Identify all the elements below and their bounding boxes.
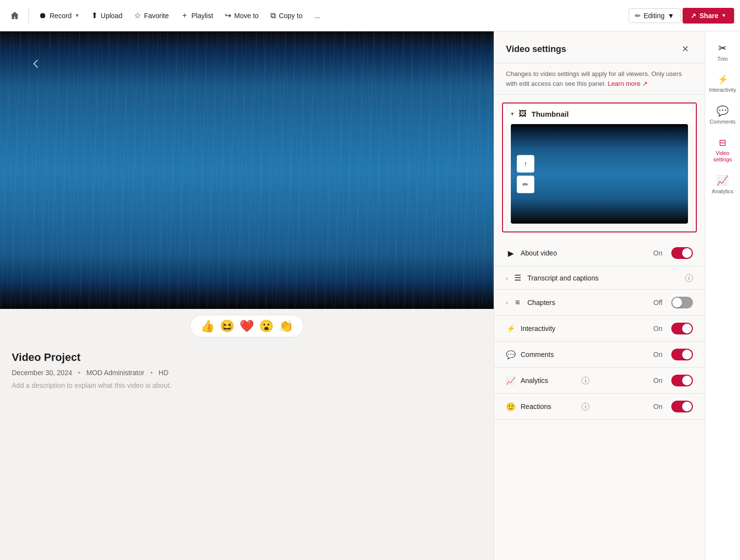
learn-more-link[interactable]: Learn more ↗ <box>608 80 647 87</box>
meta-dot-1: • <box>78 369 80 377</box>
main-area: 👍 😆 ❤️ 😮 👏 Video Project December 30, 20… <box>0 31 740 560</box>
playlist-icon: ＋ <box>181 10 188 21</box>
thumbnail-chevron-icon: ▾ <box>511 110 514 117</box>
analytics-row[interactable]: 📈 Analytics i On <box>494 368 705 393</box>
reaction-clap[interactable]: 👏 <box>279 319 293 333</box>
interactivity-icon: ⚡ <box>506 324 516 333</box>
thumbnail-label: Thumbnail <box>531 110 688 118</box>
video-date: December 30, 2024 <box>12 369 72 377</box>
transcript-icon: ☰ <box>513 273 523 282</box>
about-video-toggle-knob <box>682 248 692 258</box>
settings-description: Changes to video settings will apply for… <box>494 63 705 95</box>
analytics-sidebar-icon: 📈 <box>716 175 729 186</box>
interactivity-label: Interactivity <box>521 325 648 332</box>
video-player[interactable] <box>0 31 494 309</box>
reactions-row[interactable]: 🙂 Reactions i On <box>494 394 705 419</box>
trim-icon: ✂ <box>718 42 727 54</box>
thumbnail-icon: 🖼 <box>519 109 527 118</box>
settings-scroll[interactable]: ▾ 🖼 Thumbnail ↑ ✏ ▶ About video On <box>494 95 705 560</box>
thumbnail-btn-group: ↑ ✏ <box>517 155 534 193</box>
comments-status: On <box>653 351 662 358</box>
analytics-label: Analytics <box>521 377 575 384</box>
video-info: Video Project December 30, 2024 • MOD Ad… <box>0 343 494 560</box>
reactions-info-icon[interactable]: i <box>581 403 589 410</box>
reactions-toggle-knob <box>682 402 692 411</box>
video-title: Video Project <box>12 351 482 364</box>
video-quality: HD <box>159 369 168 377</box>
chapters-toggle-knob <box>672 298 682 307</box>
sidebar-tool-trim[interactable]: ✂ Trim <box>708 37 738 67</box>
move-to-button[interactable]: ↪ Move to <box>220 8 264 23</box>
toolbar: ⏺ Record ▼ ⬆ Upload ☆ Favorite ＋ Playlis… <box>0 0 740 31</box>
editing-chevron: ▼ <box>667 12 674 20</box>
settings-close-button[interactable]: ✕ <box>677 41 693 57</box>
analytics-toggle-knob <box>682 376 692 385</box>
reactions-status: On <box>653 403 662 410</box>
comments-sidebar-icon: 💬 <box>716 105 729 117</box>
analytics-info-icon[interactable]: i <box>581 377 589 384</box>
chapters-row[interactable]: › ≡ Chapters Off <box>494 290 705 315</box>
record-button[interactable]: ⏺ Record ▼ <box>34 8 84 23</box>
about-video-icon: ▶ <box>506 249 516 258</box>
transcript-section: › ☰ Transcript and captions i <box>494 266 705 290</box>
copy-to-button[interactable]: ⧉ Copy to <box>265 8 307 23</box>
comments-row[interactable]: 💬 Comments On <box>494 342 705 367</box>
chapters-status: Off <box>654 299 662 306</box>
thumbnail-preview: ↑ ✏ <box>511 124 688 224</box>
right-sidebar: ✂ Trim ⚡ Interactivity 💬 Comments ⊟ Vide… <box>705 31 740 560</box>
analytics-status: On <box>653 377 662 384</box>
favorite-icon: ☆ <box>134 11 141 20</box>
sidebar-tool-video-settings[interactable]: ⊟ Video settings <box>708 132 738 168</box>
share-button[interactable]: ↗ Share ▼ <box>683 8 734 24</box>
reaction-laugh[interactable]: 😆 <box>220 319 235 333</box>
transcript-info-icon[interactable]: i <box>685 274 693 282</box>
about-video-status: On <box>653 249 662 257</box>
upload-button[interactable]: ⬆ Upload <box>86 8 127 23</box>
analytics-toggle[interactable] <box>671 375 693 386</box>
about-video-row[interactable]: ▶ About video On <box>494 240 705 266</box>
reactions-label: Reactions <box>521 403 575 410</box>
comments-toggle[interactable] <box>671 349 693 360</box>
chapters-toggle[interactable] <box>671 297 693 308</box>
analytics-icon: 📈 <box>506 376 516 385</box>
sidebar-tool-analytics[interactable]: 📈 Analytics <box>708 170 738 200</box>
about-video-toggle[interactable] <box>671 247 693 259</box>
about-video-label: About video <box>521 249 648 257</box>
comments-toggle-knob <box>682 350 692 359</box>
favorite-button[interactable]: ☆ Favorite <box>129 8 174 23</box>
reactions-toggle[interactable] <box>671 401 693 412</box>
chapters-expand-icon: › <box>506 300 508 305</box>
home-button[interactable] <box>6 7 24 25</box>
analytics-section: 📈 Analytics i On <box>494 368 705 394</box>
reactions-bar: 👍 😆 ❤️ 😮 👏 <box>0 309 494 343</box>
chapters-icon: ≡ <box>513 298 523 307</box>
settings-panel: Video settings ✕ Changes to video settin… <box>494 31 705 560</box>
video-meta: December 30, 2024 • MOD Administrator • … <box>12 369 482 377</box>
sidebar-tool-interactivity[interactable]: ⚡ Interactivity <box>708 69 738 98</box>
reaction-heart[interactable]: ❤️ <box>239 319 254 333</box>
editing-button[interactable]: ✏ Editing ▼ <box>629 8 681 23</box>
reaction-wow[interactable]: 😮 <box>259 319 274 333</box>
sidebar-tool-comments[interactable]: 💬 Comments <box>708 100 738 130</box>
thumbnail-edit-btn[interactable]: ✏ <box>517 176 534 193</box>
reaction-thumbsup[interactable]: 👍 <box>200 319 215 333</box>
more-options-button[interactable]: ... <box>309 9 325 23</box>
interactivity-row[interactable]: ⚡ Interactivity On <box>494 316 705 341</box>
video-settings-sidebar-icon: ⊟ <box>719 137 726 148</box>
copy-to-icon: ⧉ <box>270 11 276 20</box>
thumbnail-header[interactable]: ▾ 🖼 Thumbnail <box>503 103 696 124</box>
interactivity-toggle-knob <box>682 324 692 333</box>
video-description: Add a description to explain what this v… <box>12 382 482 389</box>
playlist-button[interactable]: ＋ Playlist <box>176 7 218 24</box>
thumbnail-upload-btn[interactable]: ↑ <box>517 155 534 173</box>
toolbar-divider-1 <box>28 8 29 24</box>
reactions-icon: 🙂 <box>506 402 516 411</box>
thumbnail-ocean-bg <box>511 124 688 224</box>
about-video-section: ▶ About video On <box>494 240 705 266</box>
interactivity-toggle[interactable] <box>671 323 693 334</box>
transcript-expand-icon: › <box>506 275 508 281</box>
meta-dot-2: • <box>150 369 153 377</box>
transcript-row[interactable]: › ☰ Transcript and captions i <box>494 266 705 289</box>
share-icon: ↗ <box>690 12 696 20</box>
interactivity-section: ⚡ Interactivity On <box>494 316 705 342</box>
